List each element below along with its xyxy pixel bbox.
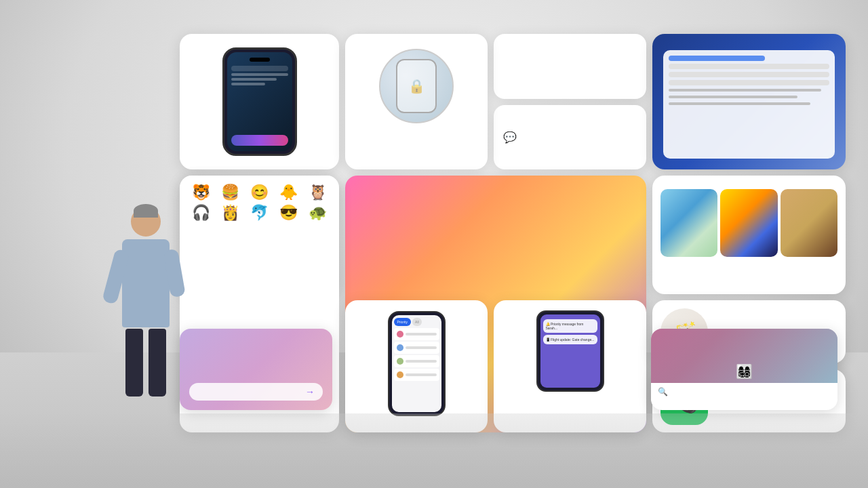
image-gallery	[660, 189, 837, 257]
card-siri	[180, 34, 339, 169]
notif-card-1: 🔔 Priority message from Sarah...	[543, 319, 597, 333]
mail-avatar-1	[397, 331, 403, 338]
emoji-owl: 🦉	[304, 184, 331, 201]
presenter-left-leg	[125, 329, 143, 396]
emoji-cool: 😎	[275, 204, 302, 222]
floor-reflection	[0, 413, 868, 488]
presenter-figure	[105, 207, 186, 424]
phone-line-3	[231, 83, 265, 85]
mail-text-1	[406, 333, 437, 336]
card-priority-notifications: 🔔 Priority message from Sarah... 📱 Fligh…	[494, 300, 646, 432]
card-cleanup	[494, 34, 646, 99]
memory-submit-icon[interactable]: →	[305, 386, 315, 397]
mail-text-2	[406, 346, 437, 349]
image-thumb-dog	[781, 189, 837, 257]
people-emojis: 👩‍👩‍👧‍👦	[736, 363, 753, 380]
emoji-chick: 🐥	[275, 184, 302, 201]
phone-line-1	[231, 73, 288, 76]
writing-option-1	[669, 56, 765, 61]
presenter-head	[131, 207, 161, 237]
card-memory-movie: →	[180, 329, 332, 410]
card-summaries: 💬	[494, 105, 646, 170]
card-image-playground	[652, 176, 846, 294]
notif-phone-mockup: 🔔 Priority message from Sarah... 📱 Fligh…	[536, 310, 604, 392]
emoji-happy: 😊	[246, 184, 273, 201]
mail-tab-bar: Priority All	[394, 318, 439, 326]
writing-option-3	[669, 72, 829, 77]
mail-avatar-4	[397, 371, 403, 378]
mail-avatar-3	[397, 358, 403, 365]
presenter-right-leg	[149, 329, 166, 396]
memory-describe-input[interactable]: →	[189, 383, 323, 401]
card-cloud-compute: 🔒	[345, 34, 488, 169]
writing-option-4	[669, 80, 829, 85]
mail-row-4	[394, 369, 439, 381]
emoji-princess: 👸	[217, 204, 243, 222]
mail-row-2	[394, 342, 439, 354]
search-icon: 🔍	[658, 387, 668, 396]
writing-text-3	[669, 102, 810, 105]
notif-card-2: 📱 Flight update: Gate change...	[543, 335, 597, 344]
emoji-turtle: 🐢	[304, 204, 331, 222]
lock-icon: 🔒	[408, 78, 425, 94]
priority-phone-area: 🔔 Priority message from Sarah... 📱 Fligh…	[500, 307, 639, 395]
emoji-tiger: 🐯	[188, 184, 214, 201]
presenter-legs	[105, 329, 186, 396]
emoji-balloon-dog: 🐬	[246, 204, 273, 222]
writing-option-2	[669, 64, 829, 69]
notif-phone-screen: 🔔 Priority message from Sarah... 📱 Fligh…	[540, 314, 600, 388]
phone-line-2	[231, 78, 277, 81]
mail-row-1	[394, 328, 439, 340]
mail-tab-priority: Priority	[394, 318, 412, 326]
mail-avatar-2	[397, 344, 403, 351]
mail-row-3	[394, 355, 439, 367]
mail-text-3	[406, 360, 437, 363]
image-thumb-astronaut	[720, 189, 777, 257]
card-priority-mail: Priority All	[345, 300, 488, 432]
genmoji-emoji-grid: 🐯 🍔 😊 🐥 🦉 🎧 👸 🐬 😎 🐢	[188, 184, 331, 222]
emoji-headphones: 🎧	[188, 204, 214, 222]
phone-notch	[250, 58, 270, 62]
writing-text-1	[669, 89, 821, 92]
mail-text-4	[406, 373, 437, 376]
writing-panel	[663, 50, 835, 159]
siri-phone-screen	[227, 52, 292, 151]
mail-tab-all: All	[412, 318, 422, 326]
image-thumb-mountain	[660, 189, 717, 257]
summaries-icon: 💬	[503, 131, 637, 144]
cloud-circle-visual: 🔒	[379, 49, 454, 123]
card-writing-tools	[652, 34, 846, 169]
presenter-body	[122, 239, 170, 327]
phone-notification	[231, 66, 288, 71]
cloud-inner-device: 🔒	[396, 59, 437, 113]
natural-search-bar[interactable]: 🔍	[651, 383, 837, 401]
mail-phone-mockup: Priority All	[388, 311, 446, 416]
mail-screen: Priority All	[392, 315, 441, 412]
natural-photo-bg: 👩‍👩‍👧‍👦	[651, 329, 837, 383]
card-natural-language: 👩‍👩‍👧‍👦 🔍	[651, 329, 837, 410]
writing-text-2	[669, 96, 797, 98]
emoji-burger: 🍔	[217, 184, 243, 201]
card-stack-cleanup-summaries: 💬	[494, 34, 646, 169]
siri-phone-mockup	[222, 47, 297, 156]
siri-gradient-bar	[231, 135, 288, 146]
